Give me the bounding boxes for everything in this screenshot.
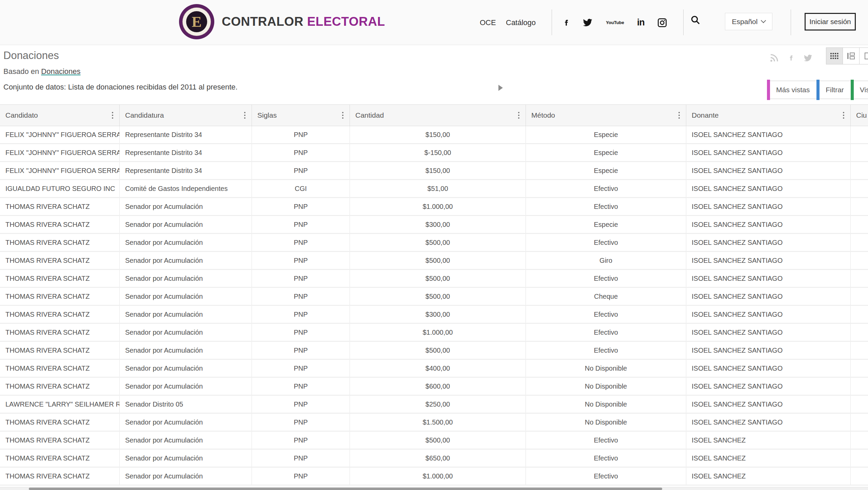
column-header-candidatura[interactable]: Candidatura	[120, 105, 252, 126]
cell-cantidad: $500,00	[350, 252, 526, 269]
cell-siglas: PNP	[252, 414, 350, 431]
cell-ciudad	[851, 234, 868, 251]
cell-ciudad	[851, 306, 868, 323]
table-row[interactable]: THOMAS RIVERA SCHATZ Senador por Acumula…	[0, 198, 868, 216]
cell-siglas: PNP	[252, 432, 350, 449]
cell-siglas: PNP	[252, 450, 350, 467]
linkedin-icon[interactable]: in	[637, 17, 645, 28]
instagram-icon[interactable]	[657, 18, 667, 27]
cell-metodo: Cheque	[526, 288, 686, 305]
filter-button[interactable]: Filtrar	[816, 81, 851, 99]
table-row[interactable]: THOMAS RIVERA SCHATZ Senador por Acumula…	[0, 450, 868, 468]
cell-donante: ISOEL SANCHEZ SANTIAGO	[686, 414, 851, 431]
table-row[interactable]: THOMAS RIVERA SCHATZ Senador por Acumula…	[0, 468, 868, 486]
language-selected: Español	[732, 18, 758, 26]
table-row[interactable]: FELIX "JOHNNY" FIGUEROA SERRANO Represen…	[0, 126, 868, 144]
column-menu-icon[interactable]	[111, 111, 115, 120]
column-menu-icon[interactable]	[341, 111, 345, 120]
based-on: Basado en Donaciones	[3, 67, 81, 76]
table-row[interactable]: THOMAS RIVERA SCHATZ Senador por Acumula…	[0, 414, 868, 432]
cell-siglas: PNP	[252, 126, 350, 143]
table-row[interactable]: THOMAS RIVERA SCHATZ Senador por Acumula…	[0, 360, 868, 378]
brand-primary: CONTRALOR	[222, 15, 303, 28]
site-logo[interactable]: E CONTRALOR ELECTORAL	[179, 4, 385, 39]
based-on-link[interactable]: Donaciones	[41, 67, 80, 76]
table-row[interactable]: THOMAS RIVERA SCHATZ Senador por Acumula…	[0, 234, 868, 252]
twitter-icon[interactable]	[582, 18, 593, 27]
cell-candidato: FELIX "JOHNNY" FIGUEROA SERRANO	[0, 162, 120, 179]
cell-candidatura: Senador por Acumulación	[120, 216, 252, 233]
table-row[interactable]: THOMAS RIVERA SCHATZ Senador por Acumula…	[0, 306, 868, 324]
column-menu-icon[interactable]	[243, 111, 247, 120]
cell-candidato: THOMAS RIVERA SCHATZ	[0, 288, 120, 305]
cell-cantidad: $500,00	[350, 342, 526, 359]
table-row[interactable]: THOMAS RIVERA SCHATZ Senador por Acumula…	[0, 342, 868, 360]
cell-metodo: Efectivo	[526, 432, 686, 449]
cell-cantidad: $300,00	[350, 216, 526, 233]
social-links: You Tube in	[564, 0, 667, 45]
column-menu-icon[interactable]	[517, 111, 521, 120]
facebook-icon[interactable]	[789, 53, 794, 63]
seal-logo-icon: E	[179, 4, 214, 39]
cell-metodo: Especie	[526, 144, 686, 161]
cell-donante: ISOEL SANCHEZ SANTIAGO	[686, 144, 851, 161]
facebook-icon[interactable]	[564, 18, 569, 28]
horizontal-scrollbar-thumb[interactable]	[29, 488, 662, 490]
cell-cantidad: $300,00	[350, 306, 526, 323]
search-icon[interactable]	[690, 15, 701, 26]
cell-donante: ISOEL SANCHEZ SANTIAGO	[686, 252, 851, 269]
cell-candidato: THOMAS RIVERA SCHATZ	[0, 234, 120, 251]
table-row[interactable]: IGUALDAD FUTURO SEGURO INC Comité de Gas…	[0, 180, 868, 198]
cell-cantidad: $650,00	[350, 450, 526, 467]
cell-ciudad	[851, 432, 868, 449]
column-header-cantidad[interactable]: Cantidad	[350, 105, 526, 126]
visualize-button[interactable]: Visualiza	[851, 81, 868, 99]
column-menu-icon[interactable]	[842, 111, 846, 120]
seal-letter: E	[192, 13, 201, 31]
table-row[interactable]: THOMAS RIVERA SCHATZ Senador por Acumula…	[0, 216, 868, 234]
column-header-siglas[interactable]: Siglas	[252, 105, 350, 126]
column-header-candidato[interactable]: Candidato	[0, 105, 120, 126]
cell-cantidad: $1.000,00	[350, 324, 526, 341]
login-button[interactable]: Iniciar sesión	[805, 13, 856, 31]
fatrow-view-button[interactable]	[843, 47, 860, 64]
cell-metodo: Efectivo	[526, 342, 686, 359]
column-header-ciudad[interactable]: Ciu	[851, 105, 868, 126]
column-header-donante[interactable]: Donante	[686, 105, 851, 126]
cell-candidato: THOMAS RIVERA SCHATZ	[0, 216, 120, 233]
page-view-button[interactable]	[859, 47, 868, 64]
table-row[interactable]: THOMAS RIVERA SCHATZ Senador por Acumula…	[0, 378, 868, 396]
cell-metodo: Efectivo	[526, 324, 686, 341]
youtube-icon[interactable]: You Tube	[606, 21, 624, 25]
cell-metodo: Efectivo	[526, 180, 686, 197]
more-views-button[interactable]: Más vistas	[767, 81, 817, 99]
table-row[interactable]: THOMAS RIVERA SCHATZ Senador por Acumula…	[0, 270, 868, 288]
nav-item-oce[interactable]: OCE	[480, 0, 496, 45]
table-row[interactable]: THOMAS RIVERA SCHATZ Senador por Acumula…	[0, 324, 868, 342]
cell-donante: ISOEL SANCHEZ SANTIAGO	[686, 126, 851, 143]
horizontal-scrollbar-track[interactable]	[0, 487, 868, 490]
cell-siglas: PNP	[252, 198, 350, 215]
grid-view-button[interactable]	[826, 47, 843, 64]
rss-icon[interactable]	[769, 53, 779, 63]
table-row[interactable]: THOMAS RIVERA SCHATZ Senador por Acumula…	[0, 252, 868, 270]
twitter-icon[interactable]	[803, 54, 813, 62]
table-row[interactable]: THOMAS RIVERA SCHATZ Senador por Acumula…	[0, 288, 868, 306]
cell-candidatura: Senador por Acumulación	[120, 270, 252, 287]
description-expander-icon[interactable]	[498, 85, 503, 91]
table-row[interactable]: THOMAS RIVERA SCHATZ Senador por Acumula…	[0, 432, 868, 450]
table-row[interactable]: FELIX "JOHNNY" FIGUEROA SERRANO Represen…	[0, 144, 868, 162]
cell-cantidad: $500,00	[350, 288, 526, 305]
cell-candidatura: Representante Distrito 34	[120, 144, 252, 161]
column-menu-icon[interactable]	[677, 111, 681, 120]
dataset-description: Conjunto de datos: Lista de donaciones r…	[3, 83, 238, 92]
nav-item-catalogo[interactable]: Catálogo	[506, 0, 536, 45]
language-selector[interactable]: Español	[725, 13, 772, 30]
cell-candidato: THOMAS RIVERA SCHATZ	[0, 360, 120, 377]
table-row[interactable]: FELIX "JOHNNY" FIGUEROA SERRANO Represen…	[0, 162, 868, 180]
cell-candidatura: Senador por Acumulación	[120, 432, 252, 449]
table-row[interactable]: LAWRENCE "LARRY" SEILHAMER RO... Senador…	[0, 396, 868, 414]
column-header-metodo[interactable]: Método	[526, 105, 686, 126]
cell-donante: ISOEL SANCHEZ SANTIAGO	[686, 180, 851, 197]
cell-siglas: PNP	[252, 378, 350, 395]
